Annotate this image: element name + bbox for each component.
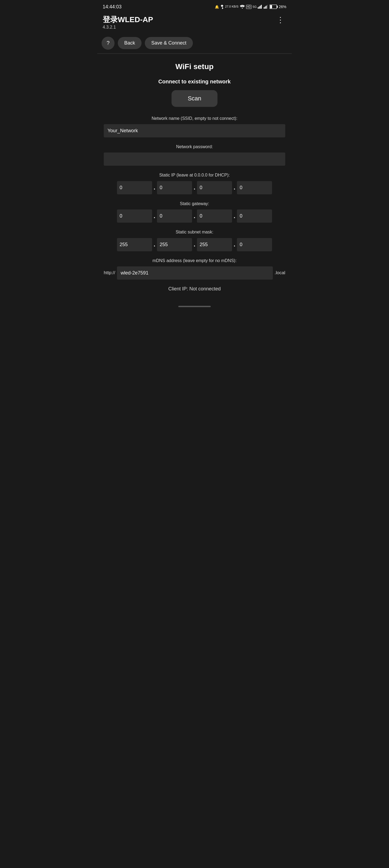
svg-rect-10 bbox=[270, 5, 272, 8]
static-subnet-octet1[interactable] bbox=[117, 238, 152, 251]
battery-percent: 26% bbox=[279, 5, 286, 9]
header-text-group: 登录WLED-AP 4.3.2.1 bbox=[103, 15, 153, 30]
static-ip-label: Static IP (leave at 0.0.0.0 for DHCP): bbox=[104, 172, 285, 178]
main-content: WiFi setup Connect to existing network S… bbox=[97, 54, 292, 303]
mdns-label: mDNS address (leave empty for no mDNS): bbox=[104, 258, 285, 264]
static-subnet-octet2[interactable] bbox=[157, 238, 192, 251]
ip-dot-3: . bbox=[234, 184, 235, 191]
subnet-dot-3: . bbox=[234, 241, 235, 248]
static-subnet-octet3[interactable] bbox=[197, 238, 232, 251]
static-gw-octet1[interactable] bbox=[117, 210, 152, 223]
svg-rect-4 bbox=[263, 7, 265, 9]
status-bar: 14:44:03 🔔 27.0 KB/S HD 5G bbox=[97, 0, 292, 13]
network-password-label: Network password: bbox=[104, 144, 285, 150]
signal-icon-2 bbox=[263, 5, 269, 9]
svg-rect-7 bbox=[267, 5, 268, 9]
mdns-input[interactable] bbox=[117, 267, 273, 280]
alarm-icon: 🔔 bbox=[215, 5, 219, 9]
subnet-dot-2: . bbox=[194, 241, 195, 248]
scan-button[interactable]: Scan bbox=[171, 90, 218, 107]
static-ip-octet4[interactable] bbox=[237, 181, 272, 194]
hd-badge: HD bbox=[246, 5, 251, 9]
svg-rect-1 bbox=[259, 6, 259, 9]
static-gateway-row: . . . bbox=[104, 210, 285, 223]
signal-icon bbox=[258, 5, 262, 9]
bluetooth-icon bbox=[220, 4, 224, 9]
section-title: WiFi setup bbox=[104, 62, 285, 71]
subnet-dot-1: . bbox=[154, 241, 155, 248]
static-gw-octet2[interactable] bbox=[157, 210, 192, 223]
help-button[interactable]: ? bbox=[102, 37, 114, 50]
subsection-title: Connect to existing network bbox=[104, 79, 285, 85]
5g-badge: 5G bbox=[253, 5, 257, 8]
bottom-bar bbox=[97, 303, 292, 313]
svg-rect-2 bbox=[260, 6, 261, 9]
svg-rect-0 bbox=[258, 7, 258, 9]
static-gateway-label: Static gateway: bbox=[104, 201, 285, 207]
mdns-prefix: http:// bbox=[104, 270, 115, 276]
svg-rect-9 bbox=[277, 6, 278, 8]
svg-rect-5 bbox=[265, 6, 266, 9]
home-indicator bbox=[178, 306, 211, 307]
gw-dot-3: . bbox=[234, 213, 235, 220]
static-subnet-label: Static subnet mask: bbox=[104, 229, 285, 235]
static-ip-row: . . . bbox=[104, 181, 285, 194]
status-time: 14:44:03 bbox=[103, 4, 121, 10]
gw-dot-2: . bbox=[194, 213, 195, 220]
toolbar: ? Back Save & Connect bbox=[97, 34, 292, 54]
svg-rect-3 bbox=[261, 5, 262, 9]
static-ip-octet3[interactable] bbox=[197, 181, 232, 194]
battery-icon bbox=[270, 5, 278, 9]
network-password-input[interactable] bbox=[104, 153, 285, 166]
status-icons: 🔔 27.0 KB/S HD 5G bbox=[215, 4, 286, 9]
static-gw-octet3[interactable] bbox=[197, 210, 232, 223]
network-name-input[interactable] bbox=[104, 124, 285, 137]
mdns-row: http:// .local bbox=[104, 267, 285, 280]
static-gw-octet4[interactable] bbox=[237, 210, 272, 223]
ip-dot-1: . bbox=[154, 184, 155, 191]
more-menu-button[interactable]: ⋮ bbox=[275, 15, 286, 25]
client-ip-text: Client IP: Not connected bbox=[104, 286, 285, 292]
static-ip-octet1[interactable] bbox=[117, 181, 152, 194]
speed-text: 27.0 KB/S bbox=[225, 5, 239, 8]
svg-rect-6 bbox=[266, 6, 267, 9]
app-header: 登录WLED-AP 4.3.2.1 ⋮ bbox=[97, 13, 292, 34]
app-version: 4.3.2.1 bbox=[103, 25, 153, 30]
mdns-suffix: .local bbox=[275, 270, 285, 276]
save-connect-button[interactable]: Save & Connect bbox=[145, 37, 193, 49]
back-button[interactable]: Back bbox=[118, 37, 142, 49]
wifi-icon bbox=[240, 5, 245, 9]
static-ip-octet2[interactable] bbox=[157, 181, 192, 194]
network-name-label: Network name (SSID, empty to not connect… bbox=[104, 116, 285, 121]
app-title: 登录WLED-AP bbox=[103, 15, 153, 24]
ip-dot-2: . bbox=[194, 184, 195, 191]
gw-dot-1: . bbox=[154, 213, 155, 220]
static-subnet-octet4[interactable] bbox=[237, 238, 272, 251]
static-subnet-row: . . . bbox=[104, 238, 285, 251]
